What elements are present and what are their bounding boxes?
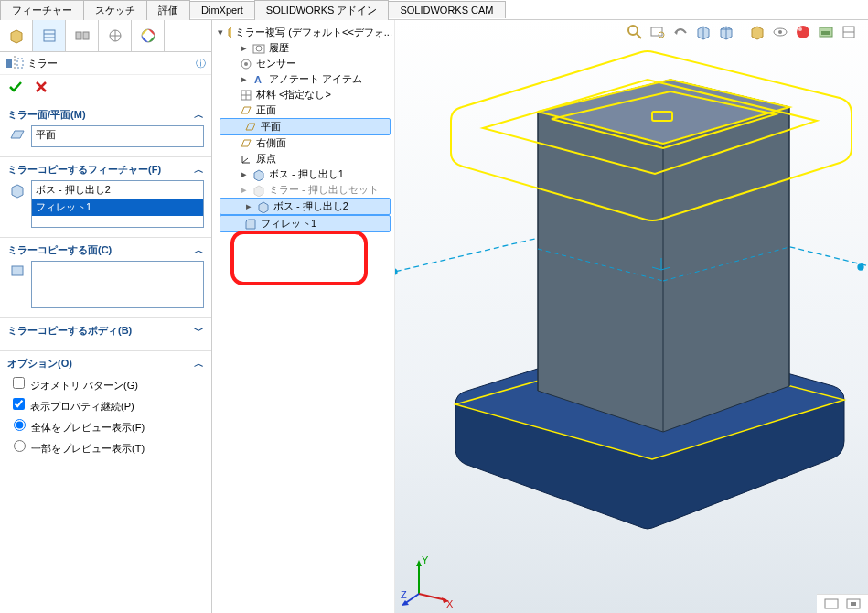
collapse-icon[interactable]: ︿ [194,357,204,371]
svg-line-52 [419,594,446,600]
mirror-plane-input[interactable]: 平面 [31,125,204,147]
svg-rect-16 [76,32,81,39]
panel-tabs [0,20,211,52]
svg-point-3 [659,32,664,38]
view-orient-icon[interactable] [716,22,736,42]
svg-point-0 [628,26,638,35]
view-triad[interactable]: Y X Z [401,553,455,608]
svg-rect-13 [44,30,55,41]
appearance-tab-icon[interactable] [132,20,165,51]
svg-rect-17 [83,32,89,39]
section-faces-label: ミラーコピーする面(C) [7,243,112,257]
tab-dimxpert[interactable]: DimXpert [189,1,255,18]
svg-text:Y: Y [422,554,429,565]
tree-fillet1[interactable]: フィレット1 [220,215,391,232]
settings-icon[interactable] [839,22,859,42]
opt-visual-props[interactable]: 表示プロパティ継続(P) [9,395,204,414]
svg-point-29 [244,62,248,66]
status-icon[interactable] [846,597,861,610]
svg-point-6 [778,30,782,34]
collapse-icon[interactable]: ︿ [194,163,204,177]
collapse-icon[interactable]: ︿ [194,243,204,257]
config-tab-icon[interactable] [66,20,99,51]
tree-material[interactable]: 材料 <指定なし> [216,87,394,102]
svg-rect-2 [651,27,662,36]
collapse-icon[interactable]: ﹀ [194,324,204,338]
feature-tree-tab-icon[interactable] [0,20,33,51]
svg-rect-22 [6,59,12,68]
svg-rect-10 [821,31,830,35]
svg-point-39 [395,269,397,274]
tree-root[interactable]: ▾ ミラー複写 (デフォルト<<デフォ... [216,24,394,40]
svg-text:X: X [446,598,454,608]
svg-line-1 [637,34,641,38]
tree-front-plane[interactable]: 正面 [216,102,394,118]
tab-addins[interactable]: SOLIDWORKS アドイン [254,0,390,20]
section-options-label: オプション(O) [7,357,72,371]
graphics-viewport[interactable]: Y X Z [395,20,868,613]
section-plane-label: ミラー面/平面(M) [7,108,86,122]
appearance-icon[interactable] [793,22,813,42]
tree-mirror-set[interactable]: ▸ミラー - 押し出しセット [216,182,394,198]
display-style-icon[interactable] [747,22,767,42]
opt-geom-pattern[interactable]: ジオメトリ パターン(G) [9,374,204,393]
tab-cam[interactable]: SOLIDWORKS CAM [388,1,505,18]
feature-item-fillet1[interactable]: フィレット1 [32,199,203,216]
svg-line-36 [242,158,248,163]
feature-item-boss2[interactable]: ボス - 押し出し2 [32,181,203,199]
svg-text:Z: Z [401,589,407,600]
tree-history[interactable]: ▸履歴 [216,40,394,56]
plane-slot-icon [7,125,27,145]
help-icon[interactable]: ⓘ [196,57,206,70]
mirror-icon [5,56,24,70]
property-manager: ミラー ⓘ ミラー面/平面(M)︿ 平面 ミラーコピーするフィーチャー(F)︿ … [0,20,212,613]
svg-point-7 [797,26,809,38]
status-icon[interactable] [824,597,839,610]
opt-partial-preview[interactable]: 一部をプレビュー表示(T) [9,437,204,456]
zoom-fit-icon[interactable] [625,22,645,42]
face-slot-icon [7,261,27,281]
svg-rect-56 [825,599,838,608]
property-tab-icon[interactable] [33,20,66,51]
command-tabbar: フィーチャー スケッチ 評価 DimXpert SOLIDWORKS アドイン … [0,0,868,20]
svg-point-8 [798,27,802,31]
zoom-area-icon[interactable] [648,22,668,42]
collapse-icon[interactable]: ︿ [194,108,204,122]
highlight-annotation [230,231,368,285]
scene-icon[interactable] [816,22,836,42]
faces-listbox[interactable] [31,261,204,308]
tab-features[interactable]: フィーチャー [0,0,84,20]
tree-plane[interactable]: 平面 [220,118,391,135]
tree-origin[interactable]: 原点 [216,151,394,167]
pm-title: ミラー [27,57,58,70]
model-rendering [395,20,868,613]
tree-annotations[interactable]: ▸Aアノテート アイテム [216,71,394,87]
status-bar [817,594,868,613]
section-bodies-label: ミラーコピーするボディ(B) [7,324,132,338]
ok-button[interactable] [7,79,24,95]
svg-point-40 [858,264,863,270]
tab-sketch[interactable]: スケッチ [83,0,147,20]
section-view-icon[interactable] [693,22,713,42]
section-features-label: ミラーコピーするフィーチャー(F) [7,163,161,177]
svg-rect-58 [851,602,856,606]
svg-text:A: A [254,74,262,85]
hide-show-icon[interactable] [770,22,790,42]
tree-right-plane[interactable]: 右側面 [216,135,394,151]
feature-slot-icon [7,180,27,200]
svg-rect-25 [12,266,23,275]
svg-rect-23 [17,59,23,68]
prev-view-icon[interactable] [670,22,691,42]
tree-sensors[interactable]: センサー [216,56,394,71]
dimxpert-tab-icon[interactable] [99,20,132,51]
features-listbox[interactable]: ボス - 押し出し2 フィレット1 [31,180,204,228]
cancel-button[interactable] [33,79,49,95]
tab-evaluate[interactable]: 評価 [146,0,190,20]
tree-boss-extrude1[interactable]: ▸ボス - 押し出し1 [216,167,394,182]
flyout-feature-tree: ▾ ミラー複写 (デフォルト<<デフォ... ▸履歴 センサー ▸Aアノテート … [212,20,395,613]
opt-full-preview[interactable]: 全体をプレビュー表示(F) [9,416,204,435]
view-toolbar [625,22,859,42]
tree-boss-extrude2[interactable]: ▸ボス - 押し出し2 [220,198,391,215]
